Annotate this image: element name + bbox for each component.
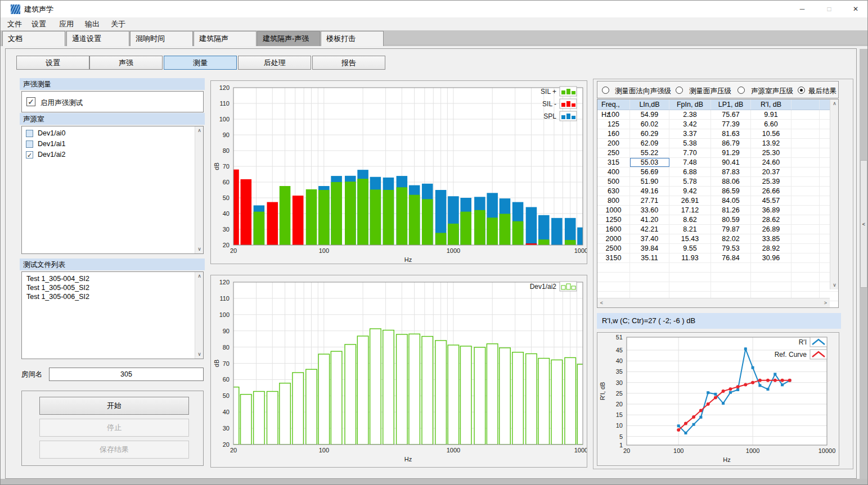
table-cell[interactable]: 79.87	[711, 225, 751, 234]
table-header-cell[interactable]: Freq., Hz	[597, 99, 630, 110]
table-cell[interactable]: 5.78	[669, 177, 711, 186]
table-cell[interactable]: 15.43	[669, 234, 711, 243]
collapse-panel-button[interactable]: <	[860, 160, 867, 288]
scroll-down-icon[interactable]: ∨	[195, 350, 204, 359]
table-cell[interactable]: 3.37	[669, 129, 711, 138]
table-cell[interactable]	[791, 253, 820, 262]
table-cell[interactable]: 26.66	[751, 187, 791, 196]
subtab-postprocess[interactable]: 后处理	[238, 56, 311, 70]
table-cell[interactable]: 82.02	[711, 234, 751, 243]
table-cell[interactable]: 20.37	[751, 167, 791, 176]
table-cell[interactable]: 125	[597, 120, 630, 129]
device-item[interactable]: Dev1/ai1	[22, 139, 203, 149]
table-cell[interactable]: 88.06	[711, 177, 751, 186]
table-cell[interactable]: 33.85	[751, 234, 791, 243]
table-header-cell[interactable]: R'I, dB	[751, 99, 791, 110]
table-header-cell[interactable]: LIn,dB	[630, 99, 669, 110]
table-cell[interactable]	[791, 110, 820, 119]
table-cell[interactable]: 5.38	[669, 139, 711, 148]
table-cell[interactable]: 7.70	[669, 148, 711, 157]
table-cell[interactable]: 45.57	[751, 196, 791, 205]
room-name-input[interactable]: 305	[49, 368, 204, 381]
table-cell[interactable]: 315	[597, 158, 630, 167]
table-cell[interactable]: 33.60	[630, 206, 669, 215]
scroll-up-icon[interactable]: ∧	[830, 99, 839, 108]
table-header-cell[interactable]	[791, 99, 820, 110]
table-cell[interactable]: 11.93	[669, 253, 711, 262]
device-checkbox[interactable]: ✓	[26, 151, 33, 158]
table-cell[interactable]: 60.02	[630, 120, 669, 129]
tab-building-insulation[interactable]: 建筑隔声	[194, 31, 257, 46]
table-cell[interactable]	[791, 158, 820, 167]
table-cell[interactable]: 42.21	[630, 225, 669, 234]
table-cell[interactable]: 9.91	[751, 110, 791, 119]
table-cell[interactable]: 26.91	[669, 196, 711, 205]
table-cell[interactable]	[791, 215, 820, 224]
device-checkbox[interactable]	[26, 130, 33, 137]
menu-settings[interactable]: 设置	[28, 17, 50, 30]
tab-channel-setup[interactable]: 通道设置	[66, 31, 129, 46]
table-cell[interactable]: 160	[597, 129, 630, 138]
table-cell[interactable]: 37.40	[630, 234, 669, 243]
table-cell[interactable]	[791, 206, 820, 215]
menu-about[interactable]: 关于	[107, 17, 129, 30]
radio-normal-intensity[interactable]	[602, 87, 609, 94]
table-cell[interactable]: 13.92	[751, 139, 791, 148]
table-vscrollbar[interactable]: ∧ ∨	[830, 99, 838, 289]
tab-floor-impact[interactable]: 楼板打击	[321, 31, 384, 46]
table-cell[interactable]	[791, 187, 820, 196]
table-cell[interactable]: 3150	[597, 253, 630, 262]
device-list-scrollbar[interactable]: ∧ ∨	[195, 126, 203, 253]
enable-intensity-checkbox[interactable]: ✓	[26, 97, 35, 106]
table-cell[interactable]: 1250	[597, 215, 630, 224]
table-cell[interactable]	[791, 139, 820, 148]
table-cell[interactable]: 76.84	[711, 253, 751, 262]
file-list-scrollbar[interactable]: ∧ ∨	[195, 272, 203, 359]
table-cell[interactable]: 28.62	[751, 215, 791, 224]
table-cell[interactable]: 56.69	[630, 167, 669, 176]
stop-button[interactable]: 停止	[39, 419, 189, 437]
file-item[interactable]: Test 1_305-004_SI2	[22, 274, 203, 283]
table-cell[interactable]: 79.53	[711, 244, 751, 253]
table-cell[interactable]: 27.71	[630, 196, 669, 205]
table-cell[interactable]: 25.39	[751, 177, 791, 186]
table-cell[interactable]: 6.88	[669, 167, 711, 176]
subtab-report[interactable]: 报告	[312, 56, 385, 70]
subtab-intensity[interactable]: 声强	[89, 56, 163, 70]
scroll-down-icon[interactable]: ∨	[830, 281, 839, 289]
table-cell[interactable]: 41.20	[630, 215, 669, 224]
subtab-measure[interactable]: 测量	[164, 56, 237, 70]
device-checkbox[interactable]	[26, 140, 33, 148]
table-cell[interactable]: 9.55	[669, 244, 711, 253]
save-results-button[interactable]: 保存结果	[39, 441, 189, 459]
table-cell[interactable]: 84.05	[711, 196, 751, 205]
table-cell[interactable]: 90.41	[711, 158, 751, 167]
table-cell[interactable]: 100	[597, 110, 630, 119]
table-cell[interactable]	[791, 120, 820, 129]
tab-reverberation-time[interactable]: 混响时间	[130, 31, 193, 46]
table-cell[interactable]: 17.12	[669, 206, 711, 215]
table-cell[interactable]: 1600	[597, 225, 630, 234]
subtab-setup[interactable]: 设置	[16, 56, 89, 70]
table-cell[interactable]: 3.42	[669, 120, 711, 129]
menu-apply[interactable]: 应用	[56, 17, 77, 30]
menu-file[interactable]: 文件	[4, 17, 25, 30]
table-cell[interactable]: 1000	[597, 206, 630, 215]
table-cell[interactable]: 55.22	[630, 148, 669, 157]
close-button-icon[interactable]: ✕	[843, 1, 868, 17]
table-cell[interactable]: 60.29	[630, 129, 669, 138]
table-cell[interactable]	[791, 129, 820, 138]
tab-building-insulation-si[interactable]: 建筑隔声-声强	[257, 31, 320, 46]
table-cell[interactable]: 400	[597, 167, 630, 176]
table-cell[interactable]: 81.63	[711, 129, 751, 138]
table-cell[interactable]	[791, 196, 820, 205]
table-cell[interactable]: 2000	[597, 234, 630, 243]
table-cell[interactable]: 87.83	[711, 167, 751, 176]
scroll-up-icon[interactable]: ∧	[195, 126, 204, 135]
table-cell[interactable]	[791, 225, 820, 234]
table-cell[interactable]	[791, 167, 820, 176]
file-item[interactable]: Test 1_305-006_SI2	[22, 292, 203, 301]
table-cell[interactable]: 80.59	[711, 215, 751, 224]
table-cell[interactable]: 49.16	[630, 187, 669, 196]
table-cell[interactable]	[791, 148, 820, 157]
